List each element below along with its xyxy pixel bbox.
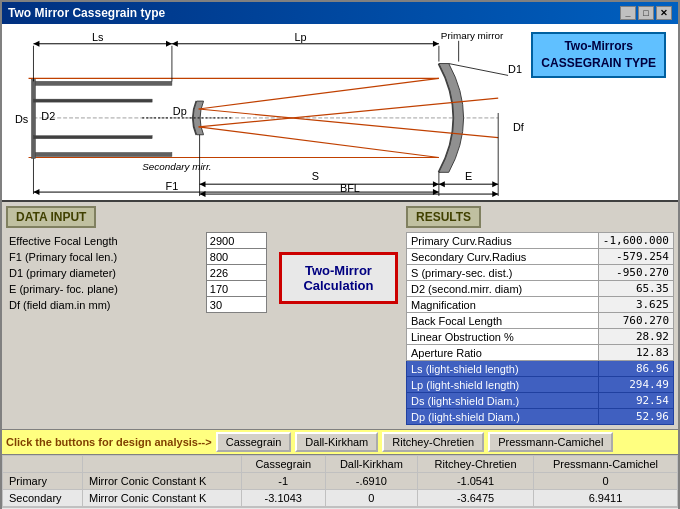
pressmann-value: 0 [533,473,677,490]
table-row: Df (field diam.in mm) 30 [6,297,266,313]
svg-text:Ds: Ds [15,113,29,125]
svg-text:S: S [312,170,319,182]
conic-table: Cassegrain Dall-Kirkham Ritchey-Chretien… [2,455,678,507]
mirror-type: Secondary [3,490,83,507]
minimize-button[interactable]: _ [620,6,636,20]
dall-kirkham-value: 0 [325,490,418,507]
mirror-type: Primary [3,473,83,490]
result-value: 65.35 [598,281,673,297]
col-primary [3,456,83,473]
title-bar: Two Mirror Cassegrain type _ □ ✕ [2,2,678,24]
svg-text:Secondary mirr.: Secondary mirr. [142,161,211,172]
table-row: F1 (Primary focal len.) 800 [6,249,266,265]
svg-text:Lp: Lp [294,31,306,43]
result-row: Aperture Ratio 12.83 [407,345,674,361]
result-value: -579.254 [598,249,673,265]
bottom-section: Click the buttons for design analysis-->… [2,429,678,509]
result-row: Back Focal Length 760.270 [407,313,674,329]
result-label: Aperture Ratio [407,345,599,361]
col-ritchey: Ritchey-Chretien [418,456,534,473]
svg-text:Primary mirror: Primary mirror [441,30,504,41]
result-row: S (primary-sec. dist.) -950.270 [407,265,674,281]
result-row: Ds (light-shield Diam.) 92.54 [407,393,674,409]
field-label: D1 (primary diameter) [6,265,206,281]
ritchey-value: -3.6475 [418,490,534,507]
maximize-button[interactable]: □ [638,6,654,20]
result-row: D2 (second.mirr. diam) 65.35 [407,281,674,297]
result-value: 86.96 [598,361,673,377]
result-label: S (primary-sec. dist.) [407,265,599,281]
svg-rect-8 [33,81,171,85]
two-mirror-calculation-button[interactable]: Two-Mirror Calculation [279,252,398,304]
result-value: -1,600.000 [598,233,673,249]
field-value[interactable]: 800 [206,249,266,265]
result-value: 294.49 [598,377,673,393]
result-row: Dp (light-shield Diam.) 52.96 [407,409,674,425]
constant-label: Mirror Conic Constant K [82,490,241,507]
cassegrain-value: -3.1043 [241,490,325,507]
diagram-area: Ls Lp Primary mirror Ds D2 Dp D1 Df Seco… [2,24,678,202]
close-button[interactable]: ✕ [656,6,672,20]
svg-text:Df: Df [513,121,525,133]
field-label: F1 (Primary focal len.) [6,249,206,265]
input-table: Effective Focal Length 2900 F1 (Primary … [6,232,267,313]
result-row: Linear Obstruction % 28.92 [407,329,674,345]
svg-rect-11 [33,99,152,102]
svg-text:Dp: Dp [173,105,187,117]
design-bar: Click the buttons for design analysis-->… [2,429,678,455]
field-label: Effective Focal Length [6,233,206,249]
col-dall: Dall-Kirkham [325,456,418,473]
field-value[interactable]: 226 [206,265,266,281]
svg-text:F1: F1 [166,180,179,192]
dall-kirkham-button[interactable]: Dall-Kirkham [295,432,378,452]
result-row: Magnification 3.625 [407,297,674,313]
dall-kirkham-value: -.6910 [325,473,418,490]
svg-rect-12 [33,136,152,139]
result-label: D2 (second.mirr. diam) [407,281,599,297]
svg-text:E: E [465,170,472,182]
field-value[interactable]: 2900 [206,233,266,249]
result-value: 92.54 [598,393,673,409]
cassegrain-button[interactable]: Cassegrain [216,432,292,452]
result-row: Lp (light-shield length) 294.49 [407,377,674,393]
main-window: Two Mirror Cassegrain type _ □ ✕ [0,0,680,509]
table-header-row: Cassegrain Dall-Kirkham Ritchey-Chretien… [3,456,678,473]
cassegrain-value: -1 [241,473,325,490]
left-panel: DATA INPUT Effective Focal Length 2900 F… [2,202,402,429]
field-value[interactable]: 170 [206,281,266,297]
svg-text:D1: D1 [508,63,522,75]
svg-rect-9 [33,153,171,157]
table-row: D1 (primary diameter) 226 [6,265,266,281]
window-controls: _ □ ✕ [620,6,672,20]
result-label: Ls (light-shield length) [407,361,599,377]
data-input-header: DATA INPUT [6,206,96,228]
result-value: 12.83 [598,345,673,361]
result-value: 3.625 [598,297,673,313]
pressmann-camichel-button[interactable]: Pressmann-Camichel [488,432,613,452]
constant-label: Mirror Conic Constant K [82,473,241,490]
col-pressmann: Pressmann-Camichel [533,456,677,473]
right-panel: RESULTS Primary Curv.Radius -1,600.000 S… [402,202,678,429]
result-label: Primary Curv.Radius [407,233,599,249]
result-label: Lp (light-shield length) [407,377,599,393]
result-value: 28.92 [598,329,673,345]
result-label: Secondary Curv.Radius [407,249,599,265]
field-label: Df (field diam.in mm) [6,297,206,313]
field-value[interactable]: 30 [206,297,266,313]
table-row: E (primary- foc. plane) 170 [6,281,266,297]
main-content: DATA INPUT Effective Focal Length 2900 F… [2,202,678,429]
table-row: Effective Focal Length 2900 [6,233,266,249]
svg-rect-10 [32,79,36,158]
results-table: Primary Curv.Radius -1,600.000 Secondary… [406,232,674,425]
design-bar-label: Click the buttons for design analysis--> [6,436,212,448]
result-label: Ds (light-shield Diam.) [407,393,599,409]
two-mirrors-label: Two-Mirrors CASSEGRAIN TYPE [531,32,666,78]
result-label: Magnification [407,297,599,313]
field-label: E (primary- foc. plane) [6,281,206,297]
ritchey-chretien-button[interactable]: Ritchey-Chretien [382,432,484,452]
pressmann-value: 6.9411 [533,490,677,507]
conic-row: Secondary Mirror Conic Constant K -3.104… [3,490,678,507]
col-constant [82,456,241,473]
results-header: RESULTS [406,206,481,228]
result-label: Linear Obstruction % [407,329,599,345]
